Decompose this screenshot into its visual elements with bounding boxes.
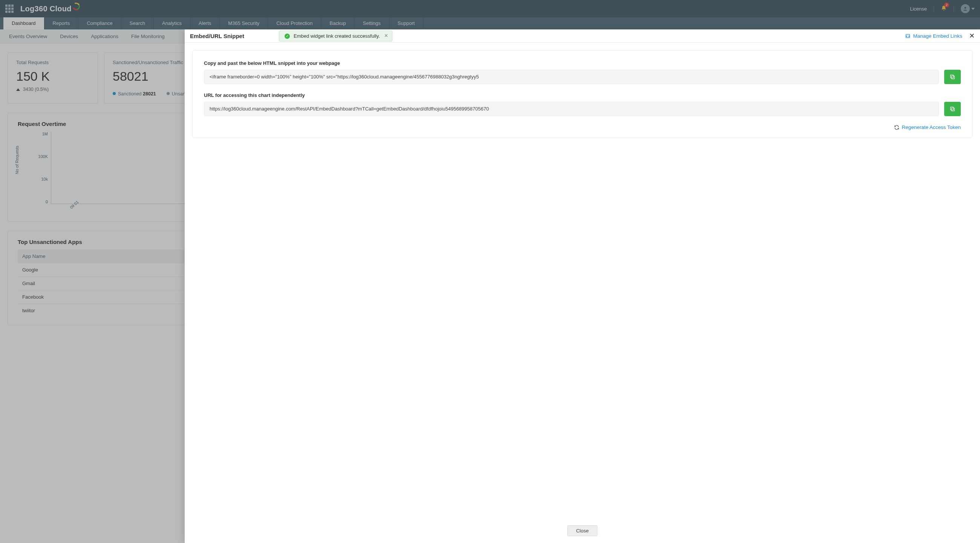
url-field[interactable]: https://log360cloud.manageengine.com/Res… (204, 102, 939, 116)
notification-count-badge: 2 (944, 3, 949, 7)
copy-url-button[interactable] (944, 102, 961, 116)
tab-backup[interactable]: Backup (321, 18, 354, 29)
arrow-up-icon (16, 88, 20, 91)
embed-link-icon (905, 33, 911, 39)
chevron-down-icon (971, 7, 975, 11)
tab-analytics[interactable]: Analytics (154, 18, 190, 29)
stat-title: Total Requests (16, 60, 89, 65)
app-logo: Log360 Cloud (21, 5, 80, 13)
tab-support[interactable]: Support (389, 18, 424, 29)
tab-search[interactable]: Search (121, 18, 154, 29)
svg-rect-34 (951, 76, 955, 79)
panel-header: Embed/URL Snippet ✓ Embed widget link cr… (185, 29, 980, 43)
y-axis-label: No of Requests (15, 146, 19, 174)
copy-icon (950, 106, 956, 112)
panel-title: Embed/URL Snippet (190, 33, 244, 39)
svg-rect-37 (951, 107, 954, 110)
panel-close-icon[interactable]: ✕ (969, 32, 975, 40)
main-tabs: DashboardReportsComplianceSearchAnalytic… (0, 18, 980, 29)
svg-rect-35 (951, 75, 954, 78)
manage-embed-links[interactable]: Manage Embed Links (905, 33, 962, 39)
tab-alerts[interactable]: Alerts (190, 18, 220, 29)
copy-icon (950, 74, 956, 80)
regenerate-token-link[interactable]: Regenerate Access Token (894, 124, 961, 130)
stat-value: 150 K (16, 69, 89, 84)
tab-reports[interactable]: Reports (45, 18, 79, 29)
success-toast: ✓ Embed widget link created successfully… (279, 30, 392, 41)
url-label: URL for accessing this chart independent… (204, 92, 961, 98)
separator (934, 5, 934, 12)
notifications-icon[interactable]: 2 (941, 5, 947, 13)
toast-text: Embed widget link created successfully. (294, 33, 380, 39)
avatar-icon (961, 4, 970, 13)
refresh-icon (894, 125, 899, 130)
topbar: Log360 Cloud License 2 (0, 0, 980, 18)
embed-box: Copy and past the below HTML snippet int… (192, 50, 972, 138)
user-menu[interactable] (961, 4, 975, 13)
subtab-applications[interactable]: Applications (91, 33, 118, 39)
y-ticks: 1M100K10k0 (33, 132, 48, 204)
subtab-devices[interactable]: Devices (60, 33, 78, 39)
subtab-events-overview[interactable]: Events Overview (9, 33, 47, 39)
toast-close-icon[interactable]: ✕ (384, 33, 388, 38)
tab-compliance[interactable]: Compliance (78, 18, 121, 29)
tab-m365-security[interactable]: M365 Security (220, 18, 268, 29)
legend-sanctioned: Sanctioned 28021 (113, 91, 156, 97)
stat-delta: 3430 (0.5%) (16, 87, 89, 92)
logo-swirl-icon (71, 2, 81, 11)
html-snippet-field[interactable]: <iframe frameborder=0 width="100%" heigh… (204, 70, 939, 84)
apps-grid-icon[interactable] (5, 5, 14, 13)
tab-cloud-protection[interactable]: Cloud Protection (268, 18, 321, 29)
subtab-file-monitoring[interactable]: File Monitoring (131, 33, 165, 39)
check-icon: ✓ (285, 33, 290, 39)
tab-dashboard[interactable]: Dashboard (3, 18, 45, 29)
separator (954, 5, 954, 12)
tab-settings[interactable]: Settings (355, 18, 389, 29)
license-link[interactable]: License (910, 6, 927, 12)
html-snippet-label: Copy and past the below HTML snippet int… (204, 61, 961, 66)
svg-rect-36 (951, 108, 955, 111)
embed-panel: Embed/URL Snippet ✓ Embed widget link cr… (185, 29, 980, 334)
total-requests-card: Total Requests 150 K 3430 (0.5%) (8, 53, 98, 104)
app-name: Log360 Cloud (21, 5, 72, 13)
copy-html-button[interactable] (944, 70, 961, 84)
svg-point-0 (964, 7, 966, 9)
